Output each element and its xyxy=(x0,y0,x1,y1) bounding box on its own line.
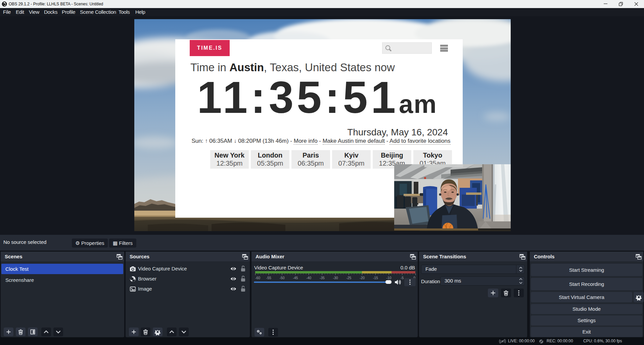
svg-text:-40: -40 xyxy=(306,276,311,280)
svg-text:-20: -20 xyxy=(360,276,365,280)
svg-text:-35: -35 xyxy=(320,276,325,280)
svg-text:-15: -15 xyxy=(373,276,378,280)
svg-text:-10: -10 xyxy=(386,276,391,280)
svg-text:-25: -25 xyxy=(346,276,351,280)
svg-text:-45: -45 xyxy=(293,276,298,280)
svg-text:-55: -55 xyxy=(266,276,271,280)
svg-text:-30: -30 xyxy=(333,276,338,280)
svg-text:-50: -50 xyxy=(279,276,284,280)
svg-text:-60: -60 xyxy=(255,276,260,280)
